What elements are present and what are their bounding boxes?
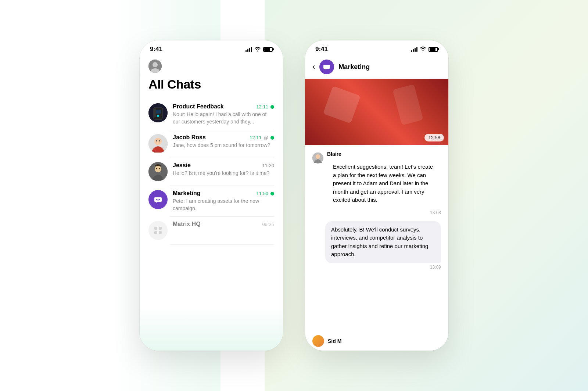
svg-point-1 [153, 62, 158, 67]
sid-name: Sid M [328, 338, 341, 344]
svg-point-14 [156, 168, 157, 169]
chat-messages: 12:58 [305, 79, 448, 321]
chat-preview: Jane, how does 5 pm sound for tomorrow? [173, 142, 274, 149]
sid-avatar [312, 335, 324, 347]
svg-rect-16 [154, 227, 157, 230]
hero-image: 12:58 [305, 79, 448, 145]
svg-rect-19 [159, 231, 162, 234]
chat-time: 12:11 [250, 135, 262, 140]
sid-row: Sid M [305, 335, 349, 347]
all-chats-header: All Chats [140, 56, 283, 99]
channel-avatar [319, 60, 334, 74]
svg-point-9 [154, 138, 162, 145]
avatar [148, 103, 168, 122]
chat-preview: Hello? Is it me you're looking for? Is i… [173, 170, 274, 177]
message-time: 13:08 [327, 210, 441, 215]
user-avatar[interactable] [148, 60, 162, 73]
chat-preview: Pete: I am creating assets for the new c… [173, 198, 274, 212]
chat-name: Marketing [173, 190, 201, 197]
svg-point-15 [159, 168, 160, 169]
status-bar-left: 9:41 [140, 40, 283, 56]
list-item[interactable]: Jacob Ross 12:11 @ Jane, how does 5 pm s… [140, 130, 283, 158]
chat-header: ‹ Marketing [305, 56, 448, 79]
chat-body: Jacob Ross 12:11 @ Jane, how does 5 pm s… [173, 134, 274, 149]
status-bar-right: 9:41 [305, 40, 448, 56]
sender-name: Blaire [327, 151, 441, 157]
chat-body: Product Feedback 12:11 Nour: Hello again… [173, 103, 274, 125]
list-item[interactable]: Matrix HQ 09:35 [140, 216, 283, 244]
chat-list: Product Feedback 12:11 Nour: Hello again… [140, 99, 283, 351]
chat-preview: Nour: Hello again! I had a call with one… [173, 111, 274, 125]
avatar [148, 190, 168, 209]
svg-rect-7 [154, 108, 156, 117]
list-item[interactable]: Product Feedback 12:11 Nour: Hello again… [140, 99, 283, 130]
chat-body: Marketing 11:50 Pete: I am creating asse… [173, 190, 274, 212]
avatar [148, 162, 168, 181]
unread-dot [270, 192, 274, 196]
chat-name: Jacob Ross [173, 134, 206, 141]
chat-name: Matrix HQ [173, 221, 201, 227]
chat-body: Matrix HQ 09:35 [173, 221, 274, 229]
svg-rect-5 [155, 110, 161, 114]
avatar [148, 134, 168, 153]
messages-scroll: Blaire Excellent suggestions, team! Let'… [305, 145, 448, 321]
svg-point-21 [316, 154, 320, 159]
chat-time: 11:20 [262, 163, 274, 168]
unread-dot [270, 105, 274, 109]
list-item[interactable]: Jessie 11:20 Hello? Is it me you're look… [140, 158, 283, 186]
wifi-icon [254, 46, 261, 53]
svg-point-13 [155, 166, 161, 172]
channel-name: Marketing [338, 63, 370, 71]
signal-icon [245, 47, 252, 52]
unread-dot [270, 136, 274, 140]
chat-name: Jessie [173, 162, 191, 169]
phone-right: 9:41 [305, 40, 448, 351]
message-group: Blaire Excellent suggestions, team! Let'… [312, 151, 441, 215]
chat-time: 12:11 [256, 104, 268, 110]
chat-time: 09:35 [262, 222, 274, 227]
bottom-fade: Sid M [305, 321, 448, 351]
avatar [148, 221, 168, 240]
battery-icon [429, 47, 438, 52]
battery-icon [263, 47, 273, 52]
status-icons-right [411, 46, 438, 53]
svg-rect-18 [154, 231, 157, 234]
page-title: All Chats [148, 77, 274, 92]
message-time: 13:09 [430, 265, 441, 270]
svg-point-11 [159, 140, 160, 141]
signal-icon [411, 47, 417, 52]
list-item[interactable]: Marketing 11:50 Pete: I am creating asse… [140, 186, 283, 216]
svg-rect-17 [159, 227, 162, 230]
chat-name: Product Feedback [173, 103, 224, 110]
status-time-left: 9:41 [150, 46, 162, 53]
message-bubble: Absolutely, B! We'll conduct surveys, in… [325, 221, 441, 263]
sender-avatar [312, 153, 323, 164]
phone-left: 9:41 [140, 40, 283, 351]
message-bubble: Excellent suggestions, team! Let's creat… [327, 158, 441, 209]
image-timestamp: 12:58 [424, 134, 444, 141]
svg-point-10 [156, 140, 157, 141]
at-icon: @ [264, 135, 268, 140]
status-icons-left [245, 46, 273, 53]
message-group: Absolutely, B! We'll conduct surveys, in… [312, 221, 441, 270]
chat-time: 11:50 [256, 191, 268, 196]
svg-point-6 [157, 115, 159, 117]
scene: 9:41 [0, 0, 588, 391]
status-time-right: 9:41 [315, 46, 328, 53]
wifi-icon [420, 46, 426, 53]
chat-body: Jessie 11:20 Hello? Is it me you're look… [173, 162, 274, 177]
back-button[interactable]: ‹ [312, 62, 315, 72]
